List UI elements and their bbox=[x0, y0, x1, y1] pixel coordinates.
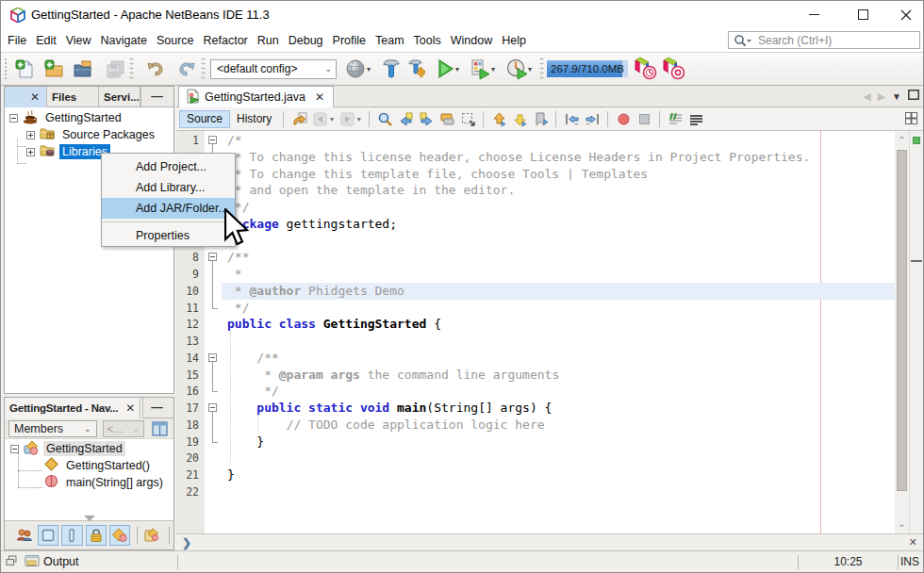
navigator-sort-button[interactable] bbox=[150, 419, 170, 438]
nav-label-constructor[interactable]: GettingStarted() bbox=[63, 458, 153, 473]
scroll-tabs-right-icon[interactable]: ▶ bbox=[878, 90, 885, 103]
tab-services[interactable]: Servi... bbox=[99, 87, 141, 107]
panel-minimize-button[interactable]: — bbox=[140, 398, 173, 418]
code-text-layer[interactable]: /* * To change this license header, choo… bbox=[222, 131, 895, 533]
collapse-icon[interactable] bbox=[9, 114, 18, 123]
window-maximize-button[interactable] bbox=[842, 1, 883, 28]
nav-label-class[interactable]: GettingStarted bbox=[43, 441, 125, 456]
toggle-highlight-button[interactable] bbox=[437, 109, 457, 128]
code-line-4[interactable]: * and open the template in the editor. bbox=[222, 182, 895, 199]
nav-item-constructor[interactable]: GettingStarted() bbox=[44, 457, 153, 474]
nav-label-main-method[interactable]: main(String[] args) bbox=[63, 475, 166, 490]
code-line-13[interactable] bbox=[222, 333, 895, 350]
code-line-14[interactable]: /** bbox=[222, 350, 895, 367]
code-line-1[interactable]: /* bbox=[222, 132, 895, 149]
menu-window[interactable]: Window bbox=[446, 31, 497, 50]
scrollbar-thumb[interactable] bbox=[897, 150, 907, 491]
find-button[interactable] bbox=[374, 109, 395, 128]
members-combobox[interactable]: Members ⌄ bbox=[8, 420, 97, 437]
clean-build-button[interactable] bbox=[406, 55, 431, 83]
toggle-bookmark-button[interactable] bbox=[530, 109, 551, 128]
garbage-collect-time-button[interactable] bbox=[630, 55, 658, 83]
code-line-6[interactable]: package gettingstarted; bbox=[222, 216, 895, 233]
expand-chevron-icon[interactable]: ❯ bbox=[182, 536, 191, 549]
filter-fields-button[interactable] bbox=[38, 525, 58, 546]
shift-line-right-button[interactable] bbox=[582, 109, 602, 128]
code-line-21[interactable]: } bbox=[222, 467, 895, 483]
close-icon[interactable]: ✕ bbox=[28, 90, 41, 104]
expand-icon[interactable] bbox=[26, 148, 35, 156]
collapse-icon[interactable] bbox=[10, 445, 19, 453]
rectangular-selection-button[interactable] bbox=[457, 109, 478, 128]
search-icon[interactable] bbox=[729, 34, 752, 47]
menu-help[interactable]: Help bbox=[497, 31, 531, 50]
comment-button[interactable] bbox=[665, 109, 685, 128]
tab-files[interactable]: Files bbox=[47, 87, 99, 107]
filter-static-members-button[interactable] bbox=[109, 525, 130, 546]
new-file-button[interactable] bbox=[13, 55, 36, 83]
menu-edit[interactable]: Edit bbox=[31, 31, 61, 50]
tab-projects-active[interactable]: ✕ bbox=[5, 87, 47, 107]
build-project-button[interactable] bbox=[380, 55, 403, 83]
output-window-icon[interactable] bbox=[25, 554, 40, 570]
menu-team[interactable]: Team bbox=[371, 31, 409, 50]
menu-debug[interactable]: Debug bbox=[284, 31, 328, 50]
nav-item-main-method[interactable]: main(String[] args) bbox=[44, 474, 166, 491]
window-close-button[interactable] bbox=[885, 1, 924, 28]
start-macro-recording-button[interactable] bbox=[613, 109, 634, 128]
chevron-down-icon[interactable]: ▾ bbox=[367, 55, 375, 83]
menu-item-properties[interactable]: Properties bbox=[102, 225, 235, 246]
code-line-7[interactable] bbox=[222, 233, 895, 250]
filter-inner-classes-button[interactable] bbox=[141, 525, 162, 546]
garbage-collect-record-button[interactable] bbox=[658, 55, 686, 83]
menu-tools[interactable]: Tools bbox=[409, 31, 446, 50]
maximize-editor-icon[interactable] bbox=[908, 90, 919, 103]
close-icon[interactable]: ✕ bbox=[313, 90, 326, 104]
filter-inherited-button[interactable] bbox=[14, 525, 35, 546]
menu-item-add-library[interactable]: Add Library... bbox=[102, 177, 235, 198]
code-line-20[interactable] bbox=[222, 450, 895, 467]
code-line-12[interactable]: public class GettingStarted { bbox=[222, 316, 895, 333]
expand-icon[interactable] bbox=[26, 131, 35, 139]
code-line-9[interactable]: * bbox=[222, 266, 895, 283]
output-button[interactable]: Output bbox=[43, 555, 79, 568]
code-line-17[interactable]: public static void main(String[] args) { bbox=[222, 400, 895, 417]
tree-item-libraries[interactable]: Libraries bbox=[26, 143, 110, 160]
title-bar[interactable]: GettingStarted - Apache NetBeans IDE 11.… bbox=[1, 1, 923, 28]
find-previous-button[interactable] bbox=[395, 109, 416, 128]
fold-collapse-icon[interactable] bbox=[208, 403, 217, 412]
new-project-button[interactable] bbox=[42, 55, 65, 83]
vertical-scrollbar[interactable]: ⌃ ⌄ bbox=[895, 131, 909, 533]
chevron-down-icon[interactable]: ▼ bbox=[328, 116, 335, 123]
code-editor[interactable]: 12345678910111213141516171819202122 /* *… bbox=[176, 131, 923, 533]
last-edit-location-button[interactable] bbox=[289, 109, 309, 128]
menu-file[interactable]: File bbox=[3, 31, 31, 50]
uncomment-button[interactable] bbox=[685, 109, 706, 128]
splitter-grip-icon[interactable] bbox=[84, 516, 95, 521]
filter-non-public-button[interactable] bbox=[86, 525, 107, 546]
scroll-up-icon[interactable]: ⌃ bbox=[895, 133, 909, 148]
config-combobox[interactable]: <default config> ⌄ bbox=[210, 59, 337, 79]
split-editor-icon[interactable] bbox=[905, 112, 917, 127]
save-all-button[interactable] bbox=[104, 55, 126, 83]
shift-line-left-button[interactable] bbox=[561, 109, 582, 128]
profile-project-button[interactable] bbox=[505, 55, 528, 83]
next-occurrence-button[interactable] bbox=[509, 109, 530, 128]
code-line-5[interactable]: */ bbox=[222, 199, 895, 216]
filter-statics-button[interactable] bbox=[61, 525, 82, 546]
scroll-down-icon[interactable]: ⌄ bbox=[895, 516, 909, 532]
code-line-16[interactable]: */ bbox=[222, 383, 895, 400]
history-view-button[interactable]: History bbox=[230, 110, 278, 128]
code-line-22[interactable] bbox=[222, 483, 895, 500]
code-line-19[interactable]: } bbox=[222, 434, 895, 450]
code-line-2[interactable]: * To change this license header, choose … bbox=[222, 149, 895, 166]
close-icon[interactable]: ✕ bbox=[124, 401, 137, 415]
panel-minimize-button[interactable]: — bbox=[140, 87, 173, 107]
redo-button[interactable] bbox=[175, 55, 198, 83]
fold-collapse-icon[interactable] bbox=[208, 253, 217, 261]
code-line-15[interactable]: * @param args the command line arguments bbox=[222, 367, 895, 384]
stop-macro-recording-button[interactable] bbox=[634, 109, 654, 128]
tree-label-project[interactable]: GettingStarted bbox=[42, 110, 124, 125]
menu-item-add-project[interactable]: Add Project... bbox=[102, 156, 235, 177]
run-project-button[interactable] bbox=[435, 55, 455, 83]
